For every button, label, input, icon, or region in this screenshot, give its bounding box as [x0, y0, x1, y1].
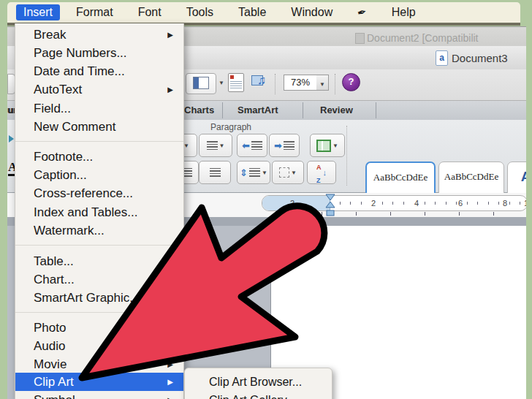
toolbar-separator: [335, 74, 335, 94]
tab-smartart[interactable]: SmartArt: [238, 101, 278, 120]
document-icon: a: [436, 50, 448, 66]
menu-item-chart[interactable]: Chart...: [15, 270, 183, 289]
menu-item-audio[interactable]: Audio: [15, 337, 183, 355]
menu-item-symbol[interactable]: Symbol▶: [15, 391, 183, 399]
horizontal-ruler[interactable]: 2 2 4 6 8 1: [262, 195, 526, 211]
ruler-margin-area: 2: [262, 196, 330, 210]
menu-item-table[interactable]: Table...: [15, 252, 183, 270]
line-spacing-button[interactable]: ⇕ ▼: [237, 161, 270, 184]
menu-item-smartart-graphic[interactable]: SmartArt Graphic...: [15, 289, 183, 307]
style-sample: AaBbCcDdEe: [439, 171, 503, 183]
sidebar-toggle-button[interactable]: [186, 73, 216, 94]
menu-separator: [15, 141, 183, 142]
mac-menubar: Insert Format Font Tools Table Window ✒ …: [7, 2, 520, 23]
menu-separator: [15, 312, 183, 313]
columns-icon: [316, 140, 331, 152]
columns-button[interactable]: ▼: [310, 134, 345, 157]
outdent-icon: ⬅: [242, 140, 250, 151]
menu-item-photo[interactable]: Photo: [15, 319, 183, 337]
numbered-list-icon: [207, 141, 218, 150]
menubar-insert[interactable]: Insert: [16, 4, 60, 20]
zoom-level-field[interactable]: 73%: [284, 75, 317, 91]
justify-button[interactable]: [199, 161, 231, 184]
menu-item-cross-reference[interactable]: Cross-reference...: [15, 184, 183, 202]
menubar-font[interactable]: Font: [131, 4, 169, 20]
menu-item-footnote[interactable]: Footnote...: [15, 148, 183, 166]
screenshot-canvas: Document2 [Compatibilit a Document3 ▼ ♫ …: [0, 0, 532, 399]
tab-review[interactable]: Review: [320, 101, 353, 120]
submenu-arrow-icon: ▶: [167, 86, 173, 94]
decrease-indent-button[interactable]: ⬅: [237, 134, 267, 157]
sidebar-icon: [193, 77, 209, 89]
menubar-window[interactable]: Window: [284, 4, 340, 20]
insert-menu: Break▶ Page Numbers... Date and Time... …: [15, 23, 184, 399]
media-browser-button[interactable]: ♫: [251, 74, 269, 90]
submenu-arrow-icon: ▶: [167, 396, 173, 399]
submenu-arrow-icon: ▶: [167, 31, 173, 39]
toolbar-separator: [275, 74, 276, 94]
sort-icon: AZ: [316, 159, 322, 186]
menubar-tools[interactable]: Tools: [179, 4, 221, 20]
submenu-arrow-icon: ▶: [167, 378, 173, 386]
document-elements-button[interactable]: [228, 73, 244, 92]
tab-charts[interactable]: Charts: [184, 101, 214, 120]
music-note-icon: ♫: [257, 74, 266, 87]
menu-item-field[interactable]: Field...: [15, 99, 183, 118]
menubar-format[interactable]: Format: [69, 4, 121, 20]
clip-art-submenu: Clip Art Browser... Clip Art Gallery: [184, 368, 332, 399]
submenu-arrow-icon: ▶: [167, 360, 173, 368]
menu-item-page-numbers[interactable]: Page Numbers...: [15, 44, 183, 62]
menu-item-clip-art[interactable]: Clip Art▶: [15, 373, 183, 391]
submenu-item-clip-art-browser[interactable]: Clip Art Browser...: [185, 373, 332, 391]
increase-indent-button[interactable]: ➡: [269, 134, 300, 157]
line-spacing-icon: ⇕: [240, 167, 248, 178]
menubar-table[interactable]: Table: [231, 4, 273, 20]
menu-item-caption[interactable]: Caption...: [15, 166, 183, 184]
menu-item-autotext[interactable]: AutoText▶: [15, 80, 183, 99]
triangle-icon-fragment: [9, 135, 14, 142]
indent-icon: ➡: [274, 140, 282, 151]
menubar-help[interactable]: Help: [384, 4, 423, 20]
borders-icon: [279, 167, 289, 178]
submenu-item-clip-art-gallery[interactable]: Clip Art Gallery: [185, 391, 332, 399]
style-sample: AaBbCcDdEe: [367, 172, 434, 183]
window-title: Document3: [452, 52, 508, 64]
menu-item-movie[interactable]: Movie▶: [15, 355, 183, 373]
borders-button[interactable]: ▼: [272, 161, 304, 184]
style-sample: Aa: [508, 169, 526, 185]
menu-item-new-comment[interactable]: New Comment: [15, 118, 183, 136]
menu-separator: [15, 245, 183, 246]
sidebar-dropdown-icon[interactable]: ▼: [218, 80, 224, 86]
menu-item-break[interactable]: Break▶: [15, 26, 183, 44]
background-window-title: Document2 [Compatibilit: [367, 32, 479, 44]
script-icon[interactable]: ✒: [349, 1, 376, 23]
ribbon-separator: [346, 126, 347, 186]
numbered-list-button[interactable]: ▼: [199, 134, 232, 157]
menu-item-index-and-tables[interactable]: Index and Tables...: [15, 203, 183, 221]
menu-item-date-and-time[interactable]: Date and Time...: [15, 62, 183, 80]
sort-button[interactable]: AZ ↓: [307, 161, 336, 184]
chevron-down-icon: ▼: [319, 81, 325, 88]
help-button[interactable]: ?: [342, 73, 360, 91]
zoom-dropdown-button[interactable]: ▼: [316, 75, 329, 91]
menu-item-watermark[interactable]: Watermark...: [15, 221, 183, 240]
group-label: Paragraph: [190, 122, 272, 132]
background-document-icon: [355, 33, 365, 44]
